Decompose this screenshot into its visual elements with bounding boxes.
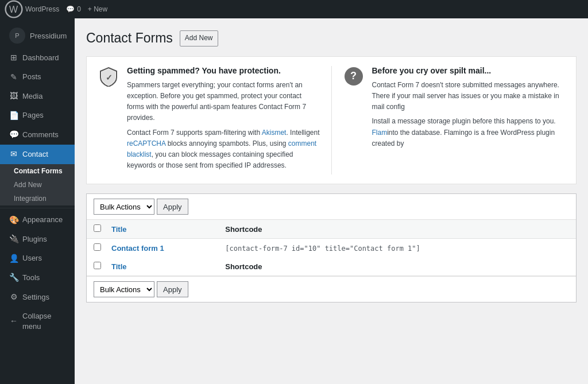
table-top-controls: Bulk Actions Apply (87, 194, 576, 220)
add-new-top-label: + New (88, 5, 107, 13)
table-bottom-controls: Bulk Actions Apply (87, 276, 576, 302)
sidebar-submenu-add-new[interactable]: Add New (0, 178, 75, 192)
sidebar-item-label: Media (22, 91, 42, 102)
sidebar-item-label: Contact (22, 149, 48, 160)
header-title-col[interactable]: Title (105, 220, 218, 239)
dashboard-icon: ⊞ (9, 52, 18, 64)
recaptcha-link[interactable]: reCAPTCHA (127, 139, 165, 148)
notice-right-content: Before you cry over spilt mail... Contac… (372, 66, 565, 153)
notice-para2-middle2: blocks annoying spambots. Plus, using (165, 139, 288, 148)
sidebar-item-pages[interactable]: 📄 Pages (0, 106, 75, 126)
comment-count: 0 (77, 5, 81, 13)
svg-text:W: W (9, 5, 18, 14)
contact-forms-label: Contact Forms (14, 167, 63, 175)
sidebar-submenu-integration[interactable]: Integration (0, 192, 75, 205)
row-checkbox-cell (87, 239, 105, 258)
posts-icon: ✎ (9, 72, 18, 83)
bulk-actions-select-bottom[interactable]: Bulk Actions (94, 281, 154, 297)
row-title-cell: Contact form 1 (105, 239, 218, 258)
notice-right-para2-prefix: Install a message storage plugin before … (372, 117, 556, 125)
pressidium-avatar: P (9, 28, 25, 44)
tools-icon: 🔧 (9, 272, 18, 284)
sidebar-item-dashboard[interactable]: ⊞ Dashboard (0, 48, 75, 68)
sidebar-submenu-contact-forms[interactable]: Contact Forms (0, 164, 75, 178)
add-new-top[interactable]: + New (88, 5, 107, 13)
sidebar-item-label: Plugins (22, 234, 47, 245)
contact-submenu: Contact Forms Add New Integration (0, 164, 75, 205)
header-checkbox-col (87, 220, 105, 239)
comments-icon: 💬 (9, 129, 18, 141)
contact-forms-table: Title Shortcode Contact form 1 [contact- (87, 220, 576, 276)
contact-icon: ✉ (9, 149, 18, 160)
sidebar-item-tools[interactable]: 🔧 Tools (0, 268, 75, 288)
sidebar-divider (0, 208, 75, 208)
question-notice-icon: ? (343, 66, 364, 87)
sidebar-item-label: Posts (22, 72, 41, 82)
footer-checkbox-col (87, 257, 105, 276)
plugins-icon: 🔌 (9, 234, 18, 245)
table-area: Bulk Actions Apply Title Shortcode (86, 193, 577, 302)
comment-bubble-icon: 💬 (66, 5, 75, 13)
akismet-link[interactable]: Akismet (262, 129, 287, 137)
sidebar-item-users[interactable]: 👤 Users (0, 249, 75, 269)
notice-right-heading: Before you cry over spilt mail... (372, 66, 565, 75)
notice-left: ✓ Getting spammed? You have protection. … (98, 66, 320, 175)
notice-left-content: Getting spammed? You have protection. Sp… (127, 66, 320, 175)
wp-logo-item[interactable]: W WordPress (5, 0, 59, 18)
comments-icon-item[interactable]: 💬 0 (66, 5, 81, 13)
sidebar-item-label: Users (22, 253, 42, 263)
notice-para2-suffix: , you can block messages containing spec… (127, 150, 293, 169)
sidebar-item-plugins[interactable]: 🔌 Plugins (0, 230, 75, 249)
main-content: Contact Forms Add New ✓ Getting spammed?… (75, 18, 588, 384)
notice-para2-prefix: Contact Form 7 supports spam-filtering w… (127, 129, 262, 137)
sidebar-item-posts[interactable]: ✎ Posts (0, 68, 75, 87)
footer-shortcode-col: Shortcode (218, 257, 576, 276)
notice-box: ✓ Getting spammed? You have protection. … (86, 56, 577, 185)
select-all-footer-checkbox[interactable] (94, 262, 101, 269)
sidebar-item-appearance[interactable]: 🎨 Appearance (0, 211, 75, 230)
notice-left-para2: Contact Form 7 supports spam-filtering w… (127, 127, 320, 172)
table-row: Contact form 1 [contact-form-7 id="10" t… (87, 239, 576, 258)
sidebar-collapse-menu[interactable]: ← Collapse menu (0, 307, 75, 336)
collapse-icon: ← (9, 316, 18, 327)
notice-left-para1: Spammers target everything; your contact… (127, 80, 320, 124)
sidebar-item-label: Tools (22, 273, 40, 283)
media-icon: 🖼 (9, 91, 18, 102)
sidebar-item-comments[interactable]: 💬 Comments (0, 125, 75, 145)
shortcode-text: [contact-form-7 id="10" title="Contact f… (225, 245, 420, 253)
footer-title-col[interactable]: Title (105, 257, 218, 276)
sidebar-item-label: Settings (22, 292, 49, 302)
page-title: Contact Forms (86, 30, 173, 47)
row-checkbox[interactable] (94, 243, 101, 251)
sidebar-logo-label: Pressidium (30, 32, 67, 40)
header-shortcode-col: Shortcode (218, 220, 576, 239)
apply-button-top[interactable]: Apply (157, 199, 188, 215)
add-new-button[interactable]: Add New (180, 30, 218, 46)
sidebar-item-contact[interactable]: ✉ Contact (0, 145, 75, 164)
notice-right: ? Before you cry over spilt mail... Cont… (343, 66, 565, 175)
notice-left-heading: Getting spammed? You have protection. (127, 66, 320, 75)
sidebar-item-media[interactable]: 🖼 Media (0, 87, 75, 106)
shield-notice-icon: ✓ (98, 66, 119, 87)
site-name: WordPress (25, 5, 59, 13)
pages-icon: 📄 (9, 110, 18, 122)
notice-right-para2: Install a message storage plugin before … (372, 116, 565, 149)
sidebar: P Pressidium ⊞ Dashboard ✎ Posts 🖼 Media… (0, 18, 75, 384)
sidebar-logo[interactable]: P Pressidium (0, 21, 75, 48)
flamingo-link[interactable]: Flam (372, 129, 388, 137)
select-all-checkbox[interactable] (94, 224, 101, 232)
notice-divider (331, 66, 332, 175)
sidebar-item-settings[interactable]: ⚙ Settings (0, 288, 75, 307)
table-header-row: Title Shortcode (87, 220, 576, 239)
table-footer-row: Title Shortcode (87, 257, 576, 276)
bulk-actions-select-top[interactable]: Bulk Actions (94, 199, 154, 215)
notice-right-para2-suffix: into the database. Flamingo is a free Wo… (372, 129, 555, 148)
settings-icon: ⚙ (9, 292, 18, 303)
sidebar-item-label: Comments (22, 130, 59, 140)
contact-form-link[interactable]: Contact form 1 (111, 244, 164, 253)
appearance-icon: 🎨 (9, 215, 18, 226)
collapse-label: Collapse menu (22, 311, 69, 332)
add-new-label: Add New (14, 181, 42, 189)
apply-button-bottom[interactable]: Apply (157, 281, 188, 297)
top-bar: W WordPress 💬 0 + New (0, 0, 588, 18)
